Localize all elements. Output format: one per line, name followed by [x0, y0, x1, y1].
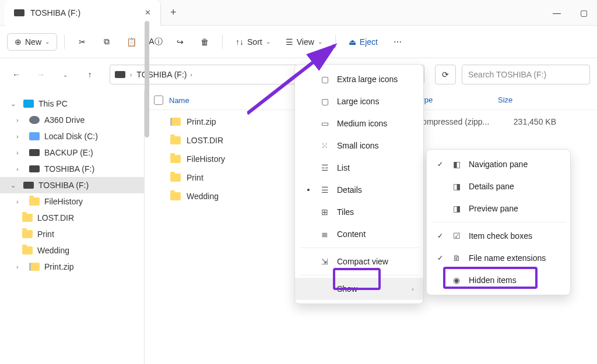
menu-medium-icons[interactable]: ▭Medium icons: [295, 112, 423, 135]
separator: [300, 275, 419, 275]
eject-label: Eject: [360, 37, 378, 47]
chevron-down-icon: ⌄: [266, 38, 271, 45]
forward-button[interactable]: →: [31, 65, 50, 84]
menu-large-icons[interactable]: ▢Large icons: [295, 90, 423, 112]
show-submenu: ✓◧Navigation pane ◨Details pane ◨Preview…: [426, 149, 571, 295]
zip-icon: [170, 118, 181, 126]
sidebar-item-a360[interactable]: ›A360 Drive: [0, 112, 144, 128]
navpane-icon: ◧: [451, 159, 462, 169]
copy-icon: ⧉: [104, 37, 110, 47]
sort-icon: ↑↓: [236, 37, 244, 47]
menu-preview-pane[interactable]: ◨Preview pane: [427, 197, 570, 220]
sidebar: ⌄This PC ›A360 Drive ›Local Disk (C:) ›B…: [0, 91, 145, 364]
sidebar-item-print[interactable]: Print: [0, 226, 144, 242]
cut-icon: ✂: [79, 37, 86, 47]
menu-details-pane[interactable]: ◨Details pane: [427, 175, 570, 197]
view-label: View: [297, 37, 314, 47]
eye-icon: ◉: [451, 275, 462, 285]
maximize-button[interactable]: ▢: [570, 0, 597, 26]
details-icon: ☰: [319, 185, 330, 195]
close-tab-icon[interactable]: ✕: [145, 8, 151, 17]
menu-small-icons[interactable]: ⁙Small icons: [295, 135, 423, 157]
recent-button[interactable]: ⌄: [56, 65, 75, 84]
sidebar-item-wedding[interactable]: Wedding: [0, 242, 144, 259]
sidebar-item-printzip[interactable]: ›Print.zip: [0, 259, 144, 275]
xl-icon: ▢: [319, 74, 330, 84]
tab-active[interactable]: TOSHIBA (F:) ✕: [5, 0, 161, 26]
search-input[interactable]: Search TOSHIBA (F:): [462, 65, 590, 84]
col-type[interactable]: Type: [416, 96, 498, 105]
drive-icon: [115, 71, 125, 78]
select-all-checkbox[interactable]: [154, 96, 163, 105]
minimize-button[interactable]: —: [543, 0, 570, 26]
up-button[interactable]: ↑: [80, 65, 99, 84]
menu-file-name-extensions[interactable]: ✓🗎File name extensions: [427, 247, 570, 269]
share-icon: ↪: [177, 37, 184, 47]
list-icon: ☲: [319, 162, 330, 173]
refresh-button[interactable]: ⟳: [435, 65, 456, 84]
separator: [300, 248, 419, 248]
menu-item-check-boxes[interactable]: ✓☑Item check boxes: [427, 225, 570, 247]
menu-content[interactable]: ≣Content: [295, 223, 423, 245]
toolbar: ⊕ New ⌄ ✂ ⧉ 📋 Aⓘ ↪ 🗑 ↑↓ Sort ⌄ ☰ View ⌄ …: [0, 26, 597, 58]
folder-icon: [29, 197, 40, 206]
menu-hidden-items[interactable]: ◉Hidden items: [427, 269, 570, 291]
new-label: New: [25, 37, 41, 47]
more-button[interactable]: ⋯: [387, 31, 408, 52]
drive-icon: [29, 149, 40, 156]
folder-icon: [170, 136, 181, 144]
chevron-down-icon: ⌄: [45, 38, 50, 45]
tiles-icon: ⊞: [319, 207, 330, 217]
content-icon: ≣: [319, 229, 330, 239]
delete-button[interactable]: 🗑: [194, 31, 215, 52]
sidebar-item-filehistory[interactable]: ›FileHistory: [0, 193, 144, 210]
tab-title: TOSHIBA (F:): [30, 8, 80, 17]
paste-icon: 📋: [127, 37, 136, 47]
menu-extra-large-icons[interactable]: ▢Extra large icons: [295, 68, 423, 90]
chevron-down-icon: ⌄: [318, 38, 322, 45]
separator: [64, 35, 65, 49]
col-size[interactable]: Size: [498, 96, 556, 105]
drive-icon: [29, 165, 40, 172]
sidebar-item-toshibaf2[interactable]: ⌄TOSHIBA (F:): [0, 177, 144, 193]
back-button[interactable]: ←: [7, 65, 26, 84]
sm-icon: ⁙: [319, 140, 330, 151]
monitor-icon: [23, 100, 34, 108]
menu-navigation-pane[interactable]: ✓◧Navigation pane: [427, 153, 570, 175]
copy-button[interactable]: ⧉: [96, 31, 117, 52]
menu-details[interactable]: •☰Details: [295, 179, 423, 201]
menu-list[interactable]: ☲List: [295, 157, 423, 179]
sidebar-item-toshibaf1[interactable]: ›TOSHIBA (F:): [0, 161, 144, 177]
view-button[interactable]: ☰ View ⌄: [280, 34, 328, 50]
sidebar-item-localc[interactable]: ›Local Disk (C:): [0, 128, 144, 144]
sidebar-item-backupe[interactable]: ›BACKUP (E:): [0, 144, 144, 161]
separator: [431, 222, 566, 222]
sidebar-item-thispc[interactable]: ⌄This PC: [0, 96, 144, 112]
new-tab-button[interactable]: +: [161, 6, 186, 19]
eject-button[interactable]: ⏏ Eject: [343, 34, 384, 50]
new-button[interactable]: ⊕ New ⌄: [7, 33, 57, 51]
plus-icon: ⊕: [15, 37, 22, 47]
chevron-right-icon: ›: [190, 72, 192, 78]
sidebar-item-lostdir[interactable]: LOST.DIR: [0, 210, 144, 226]
trash-icon: 🗑: [201, 37, 209, 47]
menu-compact-view[interactable]: ⇲Compact view: [295, 250, 423, 273]
sort-button[interactable]: ↑↓ Sort ⌄: [230, 34, 276, 50]
scrollbar[interactable]: [145, 21, 149, 137]
folder-icon: [170, 192, 181, 200]
titlebar: TOSHIBA (F:) ✕ + — ▢: [0, 0, 597, 26]
zip-icon: [29, 263, 40, 271]
previewpane-icon: ◨: [451, 203, 462, 214]
folder-icon: [22, 230, 33, 238]
cloud-icon: [29, 116, 40, 124]
cut-button[interactable]: ✂: [72, 31, 93, 52]
menu-tiles[interactable]: ⊞Tiles: [295, 201, 423, 223]
paste-button[interactable]: 📋: [121, 31, 142, 52]
share-button[interactable]: ↪: [170, 31, 191, 52]
separator: [222, 35, 223, 49]
folder-icon: [170, 174, 181, 182]
eject-icon: ⏏: [349, 37, 356, 47]
menu-show[interactable]: Show›: [295, 278, 423, 300]
compact-icon: ⇲: [319, 256, 330, 267]
view-menu: ▢Extra large icons ▢Large icons ▭Medium …: [294, 64, 424, 304]
